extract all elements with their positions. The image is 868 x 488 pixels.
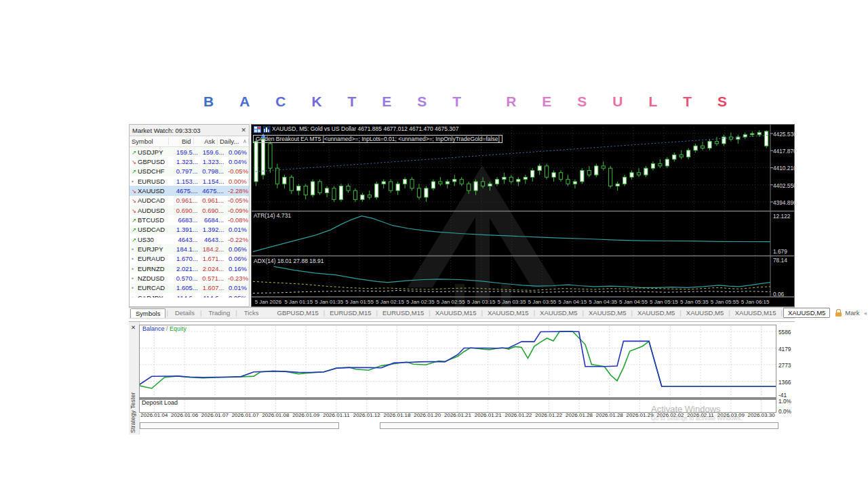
chart-window[interactable]: XAUUSD, M5: Gold vs US Dollar 4671.885 4… [251,124,795,307]
market-watch-row[interactable]: ↗USDCAD1.391...1.392...0.01% [130,225,249,235]
scroll-up-icon[interactable]: ∧ [241,138,249,144]
market-watch-row[interactable]: ↗USDCHF0.797...0.798...-0.05% [130,167,249,176]
tick-direction-icon: • [132,295,138,298]
ask-value: 1.323... [200,158,226,165]
market-watch-row[interactable]: ↘GBPUSD1.323...1.323...0.04% [130,157,249,166]
lock-icon[interactable] [835,309,842,317]
market-watch-tab-ticks[interactable]: Ticks [239,308,264,317]
chart-tab[interactable]: EURUSD,M15 [326,308,375,317]
bid-value: 4675.... [172,187,199,195]
daily-change-value: -0.08% [226,216,249,224]
time-label: 5 Jan 03:35 [498,299,526,305]
chart-tab-strip: GBPUSD,M15|EURUSD,M15|EURUSD,M15|XAUUSD,… [273,308,831,318]
atr-high-label: 12.122 [773,213,790,220]
bid-value: 1.323... [172,158,200,165]
daily-change-value: -0.05% [226,167,249,175]
strategy-tester-panel: ✕ Strategy Tester Balance / Equity Depos… [129,321,795,434]
chart-tab[interactable]: XAUUSD,M5 [536,308,581,317]
market-watch-tab-details[interactable]: Details [170,308,199,317]
market-watch-row[interactable]: ↗US304643...4643...-0.22% [130,235,249,244]
market-watch-tab-symbols[interactable]: Symbols [130,308,165,318]
market-watch-row[interactable]: ↘XAUUSD4675....4675....-2.28% [130,186,249,195]
tester-date-label: 2026.01.04 [140,412,167,418]
chart-tab[interactable]: GBPUSD,M15 [273,308,323,317]
ask-value: 4643... [200,236,226,243]
bar-chart-icon [263,126,271,133]
bottom-tab-bar: Symbols|Details|Trading|Ticks GBPUSD,M15… [129,307,795,319]
deposit-load-low-label: 0.0% [778,408,791,415]
time-label: 5 Jan 04:15 [558,299,587,305]
tester-date-label: 2026.01.22 [535,412,562,418]
chart-tab[interactable]: XAUUSD,M5 [682,308,728,317]
market-watch-row[interactable]: •EURUSD1.153...1.154...0.00% [130,176,249,186]
tick-direction-icon: ↗ [132,226,138,233]
close-icon[interactable]: ✕ [241,127,246,134]
tick-direction-icon: • [132,275,138,282]
tester-graph-legend: Balance / Equity [142,325,186,332]
adx-high-label: 78.14 [773,257,787,264]
bid-value: 159.5... [172,148,200,156]
time-label: 5 Jan 01:55 [345,299,374,305]
chart-tab[interactable]: XAUUSD,M15 [431,308,481,317]
bid-value: 2.021... [172,265,200,272]
daily-change-value: 0.06% [226,245,249,253]
bid-value: 114.6... [172,294,200,298]
ask-value: 1.607... [200,284,226,291]
time-label: 5 Jan 05:35 [680,299,709,305]
deposit-load-high-label: 1.0% [778,398,791,405]
time-label: 5 Jan 04:35 [589,299,617,305]
tick-direction-icon: ↗ [132,168,138,175]
price-label: 4425.530 [773,131,797,138]
market-watch-row[interactable]: •EURCAD1.605...1.607...0.01% [130,283,249,293]
time-label: 5 Jan 01:35 [315,299,343,305]
strategy-tester-sidebar: ✕ Strategy Tester [129,322,140,434]
ask-value: 0.798... [200,167,226,175]
title-letter: T [348,94,357,110]
chart-tab[interactable]: EURUSD,M15 [378,308,428,317]
price-label: 4417.870 [773,148,797,155]
market-watch-row[interactable]: •NZDUSD0.570...0.571...-0.23% [130,273,249,283]
chart-canvas[interactable] [252,125,794,306]
activate-windows-watermark: Activate Windows [651,404,721,414]
title-letter: U [612,94,623,110]
deposit-load-label: Deposit Load [142,399,178,406]
bid-value: 1.670... [172,255,200,262]
title-letter: T [683,94,692,110]
chart-tab[interactable]: XAUUSD,M15 [484,308,533,317]
market-watch-row[interactable]: •EURNZD2.021...2.024...0.16% [130,264,249,273]
market-watch-row[interactable]: •CADJPY114.6...114.6...0.05% [130,293,249,298]
chart-tab-mark[interactable]: Mark [845,309,859,317]
tick-direction-icon: ↘ [132,197,138,204]
ask-value: 1.392... [200,226,226,233]
symbol-name: EURAUD [138,255,165,262]
tester-graph-canvas[interactable] [139,325,776,414]
tester-y-label: 4179 [778,346,791,352]
ea-settings-label: Golden Breakout EA MT5 [<unnamed>=; InpL… [253,135,502,143]
tab-scroll-left-icon[interactable]: ◂ [863,310,867,317]
tick-direction-icon: ↗ [132,217,138,224]
chart-tab[interactable]: XAUUSD,M5 [585,308,630,317]
chart-tab[interactable]: XAUUSD,M15 [731,308,781,317]
bid-value: 0.690... [172,207,199,214]
chart-tab-active[interactable]: XAUUSD,M5 [783,308,830,318]
market-watch-row[interactable]: ↘AUDCAD0.961...0.961...-0.05% [130,196,249,205]
page-title: BACKTESTRESULTS [203,92,727,111]
symbol-name: AUDUSD [138,207,165,214]
column-header[interactable]: Bid [169,138,194,145]
tick-direction-icon: • [132,285,138,291]
market-watch-row[interactable]: •EURAUD1.670...1.671...0.06% [130,254,249,264]
daily-change-value: -0.22% [226,236,249,243]
tick-direction-icon: ↗ [132,149,138,156]
column-header[interactable]: Symbol [130,138,169,145]
daily-change-value: 0.06% [226,148,249,156]
market-watch-row[interactable]: ↗USDJPY159.5...159.6...0.06% [130,147,249,157]
market-watch-row[interactable]: ↗BTCUSD6683...6684...-0.08% [130,215,249,224]
column-header[interactable]: Ask [194,138,218,145]
market-watch-tab-trading[interactable]: Trading [203,308,235,317]
close-icon[interactable]: ✕ [131,324,136,331]
market-watch-row[interactable]: ↘AUDUSD0.690...0.690...-0.09% [130,205,249,215]
chart-tab[interactable]: XAUUSD,M5 [633,308,679,317]
market-watch-row[interactable]: •EURJPY184.1...184.2...0.06% [130,244,249,253]
column-header[interactable]: Daily... [218,138,241,145]
ask-value: 114.6... [200,294,226,298]
